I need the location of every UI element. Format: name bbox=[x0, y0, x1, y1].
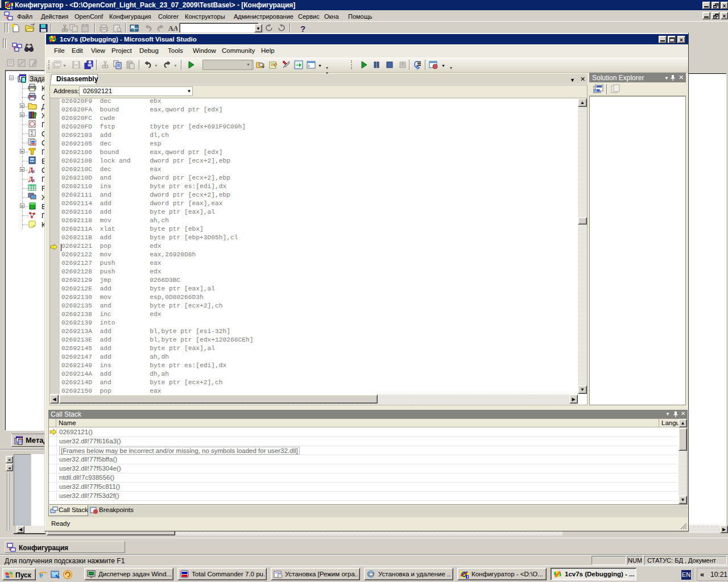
svg-text:АА: АА bbox=[168, 24, 177, 32]
svg-text:Σ: Σ bbox=[31, 130, 34, 136]
svg-text:?: ? bbox=[300, 24, 305, 33]
svg-text:к: к bbox=[32, 177, 35, 182]
svg-text:к: к bbox=[32, 168, 35, 173]
svg-text:e: e bbox=[39, 570, 43, 579]
